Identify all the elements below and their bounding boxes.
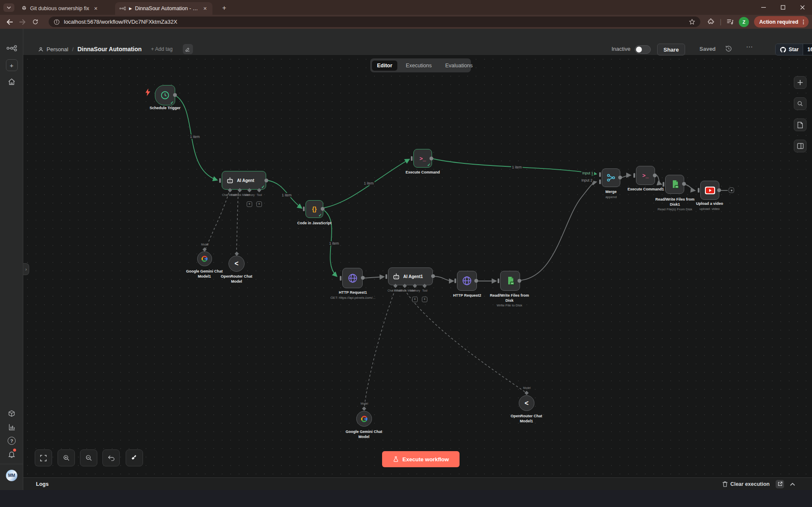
maximize-button[interactable]: [773, 0, 793, 15]
workflow-name[interactable]: DinnaSour Automation: [77, 46, 142, 52]
tab-evaluations[interactable]: Evaluations: [440, 61, 478, 71]
edge-endpoint[interactable]: [729, 187, 734, 193]
templates-package-icon[interactable]: [0, 410, 23, 418]
browser-profile-avatar[interactable]: Z: [739, 17, 749, 27]
node-openrouter-model-bottom[interactable]: <: [519, 395, 534, 411]
node-subtitle: Write File to Disk: [497, 303, 522, 307]
add-memory-button[interactable]: +: [247, 201, 252, 207]
chatgpt-favicon: [21, 6, 27, 11]
n8n-favicon: [119, 6, 126, 11]
history-icon[interactable]: [725, 45, 732, 52]
node-label: OpenRouter Chat Model1: [505, 414, 548, 424]
node-ai-agent1[interactable]: AI Agent1: [388, 267, 433, 285]
node-title: AI Agent: [237, 178, 254, 183]
connector-label: Model: [201, 243, 209, 246]
tab-executions[interactable]: Executions: [401, 61, 437, 71]
merge-input1-label: Input 1: [581, 171, 594, 175]
more-menu-icon[interactable]: ⋯: [746, 43, 753, 51]
extensions-puzzle-icon[interactable]: [707, 18, 715, 25]
node-http-request1[interactable]: [342, 268, 363, 288]
execute-workflow-button[interactable]: Execute workflow: [382, 451, 460, 467]
edit-icon[interactable]: [183, 44, 193, 54]
undo-button[interactable]: [102, 449, 120, 466]
back-button[interactable]: [3, 16, 16, 28]
success-check-icon: ✓: [427, 163, 431, 167]
github-icon: [780, 47, 786, 53]
active-toggle[interactable]: [635, 45, 651, 54]
site-info-icon[interactable]: [54, 19, 60, 25]
new-tab-button[interactable]: +: [220, 3, 229, 13]
notification-dot: [13, 449, 16, 452]
node-gemini-model-bottom[interactable]: [356, 411, 372, 427]
bookmark-star-icon[interactable]: [689, 19, 695, 25]
help-icon[interactable]: ?: [0, 437, 23, 445]
close-window-button[interactable]: [793, 0, 812, 15]
connector-label: Tool: [422, 289, 427, 292]
panel-collapse-handle[interactable]: ›: [23, 263, 29, 275]
add-tool-button[interactable]: +: [422, 297, 427, 302]
tab-chatgpt[interactable]: Git dubious ownership fix ✕: [17, 2, 114, 15]
insights-chart-icon[interactable]: [0, 423, 23, 431]
split-panel-button[interactable]: [794, 140, 806, 152]
close-tab-icon[interactable]: ✕: [203, 6, 207, 11]
new-workflow-button[interactable]: +: [0, 59, 23, 71]
connector-label: Memory: [245, 193, 254, 196]
node-read-write-disk[interactable]: [500, 271, 520, 291]
tab-search-button[interactable]: [3, 3, 14, 12]
node-execute-command1[interactable]: >_: [636, 166, 655, 185]
tab-n8n-active[interactable]: ▶ DinnaSour Automation - n8n ✕: [115, 2, 212, 15]
forward-button[interactable]: [16, 16, 29, 28]
person-icon: [38, 47, 44, 52]
share-button[interactable]: Share: [657, 44, 685, 55]
node-read-write-disk1[interactable]: [665, 175, 684, 194]
node-schedule-trigger[interactable]: ✓: [155, 85, 175, 105]
add-tag-button[interactable]: + Add tag: [151, 46, 173, 52]
notifications-bell-icon[interactable]: [0, 450, 23, 458]
minimize-button[interactable]: [754, 0, 773, 15]
add-memory-button[interactable]: +: [412, 297, 418, 302]
n8n-app: 1 item 1 item 1 item 1 item 1 item Input…: [0, 29, 812, 490]
node-merge[interactable]: [602, 168, 620, 187]
expand-logs-icon[interactable]: [790, 482, 795, 486]
action-required-button[interactable]: Action required ⋮: [754, 16, 809, 28]
add-tool-button[interactable]: +: [256, 201, 262, 207]
node-openrouter-model-top[interactable]: <: [228, 256, 245, 272]
clear-execution-button[interactable]: Clear execution: [722, 481, 770, 487]
code-braces-icon: {}: [312, 206, 317, 212]
add-node-button[interactable]: [794, 76, 806, 89]
logs-panel-header[interactable]: Logs Clear execution: [23, 477, 812, 490]
zoom-to-fit-button[interactable]: [35, 449, 52, 466]
browser-toolbar: localhost:5678/workflow/RVDc7NFXktmZa32X…: [0, 15, 812, 29]
node-gemini-model-top[interactable]: [197, 251, 212, 266]
success-check-icon: ✓: [171, 100, 174, 105]
node-ai-agent[interactable]: AI Agent ✓: [222, 171, 266, 190]
robot-icon: [392, 273, 400, 281]
open-logs-popout-icon[interactable]: [776, 480, 784, 488]
media-playing-icon: ▶: [129, 6, 132, 11]
node-label: Upload a videoupload: video: [685, 201, 734, 211]
github-star-widget[interactable]: Star 165,029: [775, 44, 812, 55]
search-nodes-button[interactable]: [794, 97, 806, 110]
browser-menu-icon[interactable]: ⋮: [801, 19, 806, 25]
node-upload-video[interactable]: [700, 181, 719, 200]
url-text[interactable]: localhost:5678/workflow/RVDc7NFXktmZa32X: [64, 19, 685, 25]
tab-editor[interactable]: Editor: [372, 61, 397, 71]
view-tabs: Editor Executions Evaluations: [370, 58, 471, 72]
zoom-in-button[interactable]: [58, 449, 75, 466]
zoom-out-button[interactable]: [80, 449, 97, 466]
breadcrumb-project[interactable]: Personal: [47, 46, 68, 52]
sticky-note-button[interactable]: [794, 118, 806, 131]
user-avatar[interactable]: MM: [0, 470, 23, 481]
connector-label: Model: [361, 402, 368, 405]
tidy-up-button[interactable]: [126, 449, 143, 466]
n8n-logo[interactable]: [0, 45, 23, 52]
globe-icon: [462, 276, 472, 286]
clock-icon: [160, 90, 170, 100]
node-http-request2[interactable]: [457, 271, 477, 291]
home-icon[interactable]: [0, 78, 23, 86]
reading-list-icon[interactable]: [727, 19, 734, 25]
reload-button[interactable]: [29, 16, 41, 28]
address-bar[interactable]: localhost:5678/workflow/RVDc7NFXktmZa32X: [49, 17, 700, 27]
trash-icon: [722, 481, 728, 487]
close-tab-icon[interactable]: ✕: [94, 6, 98, 11]
